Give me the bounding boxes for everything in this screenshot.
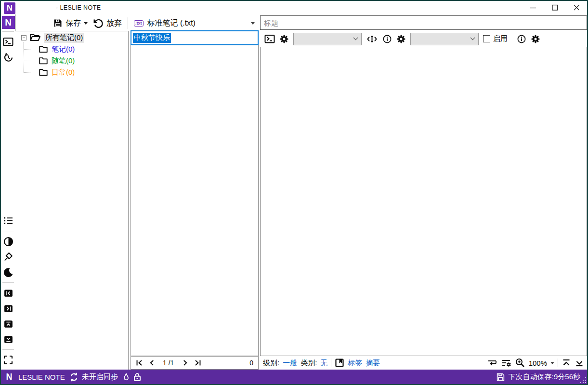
autosave-text: 下次自动保存:9分56秒 [509,372,580,382]
collapse-left-panel-button[interactable] [2,287,14,299]
pin-window-button[interactable] [2,251,14,263]
note-editor[interactable] [260,47,587,356]
terminal-icon [264,34,275,44]
zoom-in-button[interactable] [515,358,525,368]
gear-icon [396,34,406,44]
terminal-button[interactable] [2,36,14,48]
titlebar[interactable]: N - LESLIE NOTE [1,1,587,14]
contrast-icon [3,236,14,247]
word-wrap-button[interactable] [487,358,497,368]
template-settings-button[interactable] [396,34,406,44]
minimize-button[interactable] [522,1,544,14]
tags-link[interactable]: 标签 [348,358,362,368]
collapse-right-panel-button[interactable] [2,302,14,315]
ink-status-button[interactable] [122,372,131,382]
prev-page-button[interactable] [145,358,158,367]
rail-separator [2,31,14,32]
note-list-pager: 1 /1 0 [131,356,259,370]
tree-connector [24,42,24,73]
enable-label: 启用 [493,34,508,43]
template-info-button[interactable] [382,34,392,44]
scroll-bottom-button[interactable] [575,358,584,368]
last-page-button[interactable] [191,358,204,367]
level-link[interactable]: 一般 [283,358,297,368]
sync-icon [69,372,79,382]
save-button[interactable]: 保存 [53,18,81,28]
panel-right-icon [3,304,13,314]
collapse-top-panel-button[interactable] [2,318,14,330]
scroll-top-button[interactable] [562,358,571,368]
first-page-icon [135,358,144,367]
txt-badge-icon: .txt [134,20,144,27]
maximize-icon [550,3,560,13]
panel-left-icon [3,288,13,298]
note-list-panel[interactable]: 中秋节快乐 [131,31,259,356]
close-button[interactable] [565,1,587,14]
discard-label: 放弃 [106,18,122,28]
note-type-dropdown[interactable]: .txt 标准笔记 (.txt) [131,15,259,31]
panel-up-icon [3,319,13,329]
footer-separator [558,358,558,367]
first-page-button[interactable] [133,358,145,367]
template-select-combobox[interactable] [410,33,479,45]
script-select-combobox[interactable] [293,33,362,45]
note-title-edit[interactable]: 中秋节快乐 [131,30,259,45]
save-options-caret[interactable] [84,22,88,25]
app-window: N - LESLIE NOTE N [0,0,588,385]
gear-icon [279,34,289,44]
scroll-top-icon [562,358,571,368]
plugin-info-button[interactable] [517,34,526,44]
toolbar-separator [128,17,128,29]
page-current: 1 [163,359,167,367]
dark-mode-button[interactable] [2,266,14,279]
zoom-caret-icon[interactable] [550,362,554,364]
pin-icon [3,252,14,263]
zoom-in-icon [515,358,525,368]
wrap-settings-button[interactable] [501,358,511,368]
tree-folder-row[interactable]: 日常(0) [39,66,75,78]
cursor-mode-button[interactable] [366,34,378,44]
discard-button[interactable]: 放弃 [92,18,122,28]
tree-collapse-toggle[interactable] [21,35,26,40]
undo-icon [92,18,104,28]
plugin-settings-button[interactable] [531,34,540,44]
resize-grip[interactable] [580,377,586,383]
note-title-input[interactable] [260,15,587,30]
contrast-theme-button[interactable] [2,235,14,248]
window-controls [522,1,587,14]
sync-status-button[interactable]: 未开启同步 [69,372,118,382]
summary-link[interactable]: 摘要 [366,358,380,368]
folder-icon [39,56,48,65]
lock-status-button[interactable] [132,372,142,382]
level-label: 级别: [263,358,279,368]
enable-toggle: 启用 [483,34,508,43]
prev-page-icon [148,358,156,367]
collapse-bottom-panel-button[interactable] [2,333,14,345]
editor-terminal-button[interactable] [264,34,275,44]
editor-footer: 级别: 一般 类别: 无 标签 摘要 100% [260,356,587,370]
app-logo-icon: N [4,2,15,14]
tree-root-row[interactable]: 所有笔记(0) [21,32,84,43]
tree-root-label: 所有笔记(0) [44,33,84,43]
save-label: 保存 [65,18,81,28]
rail-separator [2,282,14,283]
moon-icon [3,267,14,278]
maximize-button[interactable] [544,1,565,14]
save-icon [53,18,63,28]
note-list-view-button[interactable] [2,214,14,227]
category-link[interactable]: 无 [320,358,327,368]
tree-connector [24,49,30,50]
chevron-down-icon [353,37,358,40]
script-settings-button[interactable] [279,34,289,44]
selected-note-title: 中秋节快乐 [133,33,171,43]
tree-folder-row[interactable]: 随笔(0) [39,55,75,66]
fullscreen-button[interactable] [2,354,14,366]
next-page-button[interactable] [179,358,191,367]
footer-right-group: 100% [487,358,584,368]
enable-checkbox[interactable] [483,35,490,42]
app-logo-button[interactable]: N [2,16,15,29]
tree-folder-row[interactable]: 笔记(0) [39,43,75,55]
history-button[interactable] [2,51,14,64]
left-icon-rail: N [1,14,16,370]
cursor-brackets-icon [366,34,378,44]
